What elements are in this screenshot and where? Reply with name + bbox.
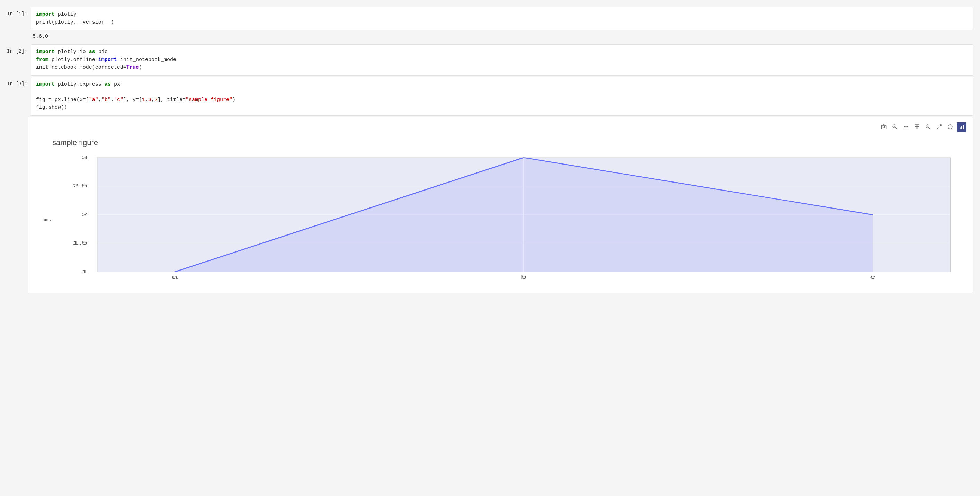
keyword2: import [99, 57, 117, 63]
y-axis-label: y [39, 218, 51, 221]
zoom-out-button[interactable] [924, 122, 932, 131]
svg-line-16 [937, 127, 939, 129]
camera-button[interactable] [879, 122, 888, 131]
svg-line-3 [896, 128, 897, 129]
cell-1-label: In [1]: [0, 7, 31, 20]
number: 3 [148, 97, 151, 103]
output-text-1: 5.6.0 [28, 32, 48, 41]
chart-toolbar [32, 121, 969, 133]
cell-2: In [2]: import plotly.io as pio from plo… [0, 44, 980, 75]
svg-rect-18 [961, 126, 963, 129]
cell-2-code[interactable]: import plotly.io as pio from plotly.offl… [31, 44, 973, 75]
string: "sample figure" [186, 97, 232, 103]
string: "b" [102, 97, 111, 103]
zoom-to-rect-button[interactable] [913, 122, 921, 131]
keyword: as [105, 81, 111, 87]
keyword: import [36, 11, 55, 17]
autoscale-button[interactable] [935, 122, 943, 131]
string: "a" [89, 97, 99, 103]
plotly-button[interactable] [957, 122, 967, 132]
value: True [126, 64, 139, 70]
chart-title: sample figure [32, 135, 969, 154]
chart-output: sample figure 1 [28, 117, 973, 293]
x-tick-c: c [870, 274, 875, 280]
keyword: import [36, 49, 55, 55]
cell-3: In [3]: import plotly.express as px fig … [0, 77, 980, 116]
cell-1-code[interactable]: import plotly print(plotly.__version__) [31, 7, 973, 30]
pan-button[interactable] [901, 122, 910, 131]
x-tick-a: a [172, 274, 178, 280]
y-tick-3: 3 [82, 155, 88, 160]
cell-3-label: In [3]: [0, 77, 31, 90]
keyword: as [89, 49, 95, 55]
code-text: print(plotly.__version__) [36, 19, 114, 25]
y-tick-1: 1 [82, 269, 88, 274]
string: "c" [114, 97, 123, 103]
number: 1 [142, 97, 145, 103]
notebook: In [1]: import plotly print(plotly.__ver… [0, 0, 980, 307]
svg-rect-19 [963, 125, 964, 129]
svg-rect-9 [917, 125, 919, 126]
zoom-in-button[interactable] [890, 122, 899, 131]
svg-rect-11 [917, 127, 919, 129]
svg-rect-10 [915, 127, 916, 129]
cell-1-output: 5.6.0 [0, 32, 980, 41]
keyword: import [36, 81, 55, 87]
chart-plot-area[interactable]: 1 1.5 2 2.5 3 y a b c [35, 154, 966, 286]
y-tick-2: 2 [82, 212, 88, 217]
cell-3-code[interactable]: import plotly.express as px fig = px.lin… [31, 77, 973, 116]
x-tick-b: b [520, 274, 527, 280]
keyword: from [36, 57, 48, 63]
svg-line-13 [929, 128, 930, 129]
cell-1: In [1]: import plotly print(plotly.__ver… [0, 7, 980, 30]
y-tick-2-5: 2.5 [73, 183, 88, 188]
number: 2 [154, 97, 158, 103]
svg-rect-17 [959, 128, 961, 129]
svg-rect-8 [915, 125, 916, 126]
reset-axes-button[interactable] [946, 122, 955, 131]
y-tick-1-5: 1.5 [73, 240, 88, 246]
svg-line-15 [940, 125, 941, 126]
chart-svg: 1 1.5 2 2.5 3 y a b c [35, 154, 966, 286]
svg-point-1 [883, 126, 885, 128]
output-label [0, 32, 28, 39]
cell-2-label: In [2]: [0, 44, 31, 57]
